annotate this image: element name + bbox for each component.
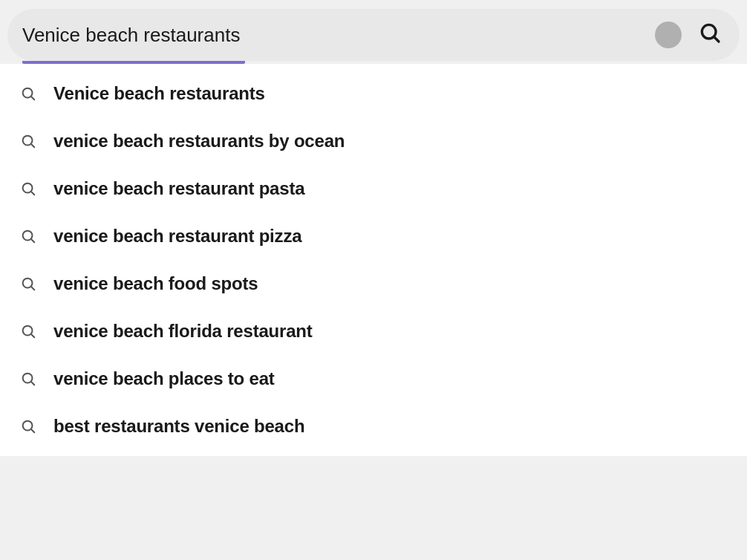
suggestion-search-icon [18,418,39,434]
app-container: Venice beach restaurantsvenice beach res… [0,0,747,456]
suggestion-search-icon [18,371,39,387]
search-bar [7,9,740,61]
suggestion-text: Venice beach restaurants [53,83,265,104]
search-bar-wrapper [0,0,747,64]
suggestion-search-icon [18,85,39,102]
svg-line-5 [31,144,34,147]
suggestion-search-icon [18,133,39,149]
suggestions-container: Venice beach restaurantsvenice beach res… [0,64,747,456]
svg-line-7 [31,192,34,195]
svg-line-17 [31,429,34,432]
suggestion-text: best restaurants venice beach [53,416,304,437]
svg-line-3 [31,97,34,100]
suggestion-text: venice beach restaurant pizza [53,226,301,247]
svg-line-9 [31,239,34,242]
search-input[interactable] [22,24,655,47]
suggestion-item[interactable]: venice beach places to eat [0,355,747,403]
search-button[interactable] [686,11,734,59]
suggestion-item[interactable]: venice beach restaurants by ocean [0,117,747,165]
svg-line-15 [31,382,34,385]
clear-button[interactable] [655,22,682,48]
suggestion-item[interactable]: venice beach florida restaurant [0,307,747,355]
suggestion-search-icon [18,180,39,197]
svg-line-1 [714,37,719,42]
suggestion-search-icon [18,276,39,292]
suggestion-search-icon [18,228,39,244]
svg-line-11 [31,287,34,290]
suggestion-item[interactable]: Venice beach restaurants [0,70,747,117]
suggestion-item[interactable]: venice beach food spots [0,260,747,307]
suggestion-item[interactable]: venice beach restaurant pasta [0,165,747,212]
suggestion-item[interactable]: venice beach restaurant pizza [0,212,747,260]
search-icon [698,21,722,50]
svg-line-13 [31,334,34,337]
suggestion-text: venice beach places to eat [53,368,275,389]
suggestion-text: venice beach food spots [53,273,258,294]
suggestion-text: venice beach restaurant pasta [53,178,304,199]
suggestion-item[interactable]: best restaurants venice beach [0,403,747,450]
suggestion-search-icon [18,323,39,339]
suggestion-text: venice beach restaurants by ocean [53,131,345,152]
suggestion-text: venice beach florida restaurant [53,321,313,342]
